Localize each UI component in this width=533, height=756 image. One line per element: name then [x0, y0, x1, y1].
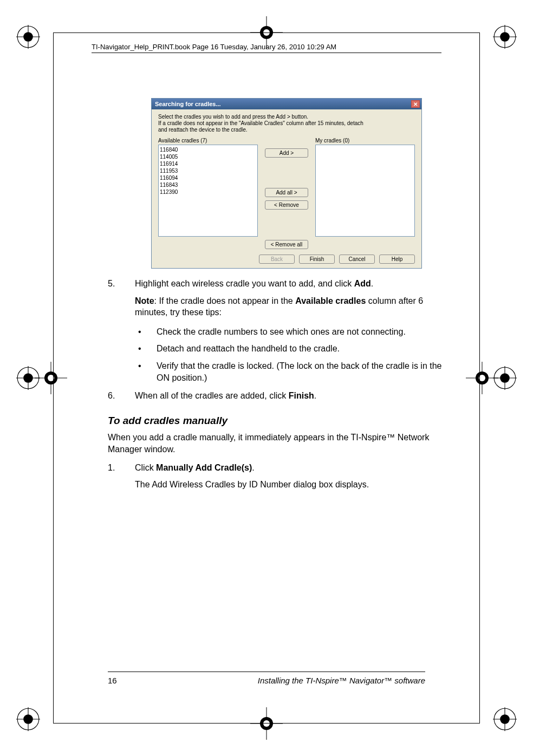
paragraph: When you add a cradle manually, it immed… [108, 432, 444, 455]
available-listbox[interactable]: 116840 114005 116914 111953 116094 11684… [158, 145, 258, 237]
bullet-item: •Verify that the cradle is locked. (The … [135, 360, 444, 383]
back-button: Back [259, 255, 295, 264]
my-cradles-label: My cradles (0) [315, 138, 415, 144]
footer-title: Installing the TI-Nspire™ Navigator™ sof… [258, 676, 425, 685]
step-text: Click Manually Add Cradle(s). [135, 462, 444, 474]
step-number: 5. [108, 278, 135, 324]
help-button[interactable]: Help [379, 255, 415, 264]
searching-cradles-dialog: Searching for cradles... ✕ Select the cr… [151, 98, 422, 269]
dialog-body: Select the cradles you wish to add and p… [152, 109, 421, 268]
finish-button[interactable]: Finish [299, 255, 335, 264]
list-item[interactable]: 116094 [160, 174, 256, 181]
note-text: Note: If the cradle does not appear in t… [135, 295, 444, 318]
dialog-titlebar: Searching for cradles... ✕ [152, 99, 421, 109]
bullet-item: •Check the cradle numbers to see which o… [135, 326, 444, 338]
reg-mark-icon [493, 25, 517, 49]
dialog-instructions: Select the cradles you wish to add and p… [158, 114, 415, 133]
step-subtext: The Add Wireless Cradles by ID Number di… [135, 479, 444, 491]
cancel-button[interactable]: Cancel [339, 255, 375, 264]
page-footer: 16 Installing the TI-Nspire™ Navigator™ … [108, 676, 425, 685]
page-number: 16 [108, 676, 117, 685]
section-heading: To add cradles manually [108, 414, 444, 428]
reg-mark-icon [493, 707, 517, 731]
footer-rule [108, 672, 425, 672]
bullet-item: •Detach and reattach the handheld to the… [135, 343, 444, 355]
step-text: Highlight each wireless cradle you want … [135, 278, 444, 290]
list-item[interactable]: 116843 [160, 181, 256, 188]
add-all-button[interactable]: Add all > [265, 188, 308, 197]
reg-mark-icon [16, 25, 40, 49]
instr-line: and reattach the device to the cradle. [158, 127, 415, 133]
page-header-text: TI-Navigator_Help_PRINT.book Page 16 Tue… [92, 43, 336, 51]
step-number: 1. [108, 462, 135, 496]
list-item[interactable]: 114005 [160, 153, 256, 160]
close-icon[interactable]: ✕ [411, 100, 420, 108]
remove-button[interactable]: < Remove [265, 200, 308, 210]
step-1: 1. Click Manually Add Cradle(s). The Add… [108, 462, 444, 496]
bullet-text: Check the cradle numbers to see which on… [157, 326, 406, 338]
list-item[interactable]: 116840 [160, 146, 256, 153]
list-item[interactable]: 111953 [160, 167, 256, 174]
step-5: 5. Highlight each wireless cradle you wa… [108, 278, 444, 324]
step-number: 6. [108, 390, 135, 407]
available-label: Available cradles (7) [158, 138, 258, 144]
header-rule [92, 53, 441, 53]
bullet-text: Detach and reattach the handheld to the … [157, 343, 340, 355]
bullet-dot: • [135, 343, 157, 355]
list-item[interactable]: 116914 [160, 160, 256, 167]
step-text: When all of the cradles are added, click… [135, 390, 444, 402]
page-content: 5. Highlight each wireless cradle you wa… [108, 271, 444, 496]
instr-line: If a cradle does not appear in the "Avai… [158, 120, 415, 127]
bullet-dot: • [135, 360, 157, 383]
dialog-title: Searching for cradles... [155, 101, 221, 107]
reg-mark-icon [16, 707, 40, 731]
list-item[interactable]: 112390 [160, 188, 256, 195]
page-frame: TI-Navigator_Help_PRINT.book Page 16 Tue… [53, 32, 480, 724]
add-button[interactable]: Add > [265, 148, 308, 158]
step-6: 6. When all of the cradles are added, cl… [108, 390, 444, 407]
remove-all-button[interactable]: < Remove all [265, 240, 308, 249]
my-cradles-listbox[interactable] [315, 145, 415, 237]
instr-line: Select the cradles you wish to add and p… [158, 114, 415, 120]
bullet-text: Verify that the cradle is locked. (The l… [157, 360, 444, 383]
bullet-dot: • [135, 326, 157, 338]
bullet-list: •Check the cradle numbers to see which o… [135, 326, 444, 383]
